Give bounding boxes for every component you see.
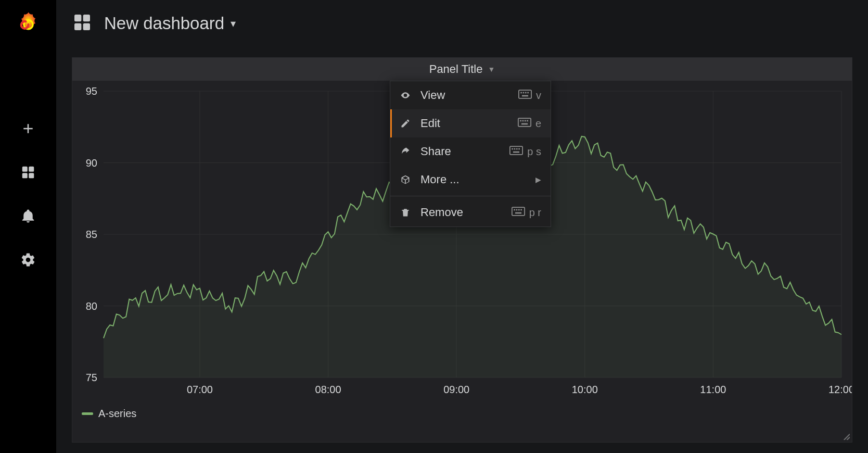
svg-rect-34 (525, 92, 527, 93)
share-arrow-icon (400, 146, 411, 157)
svg-text:08:00: 08:00 (315, 384, 341, 395)
chevron-down-icon: ▼ (488, 65, 495, 73)
svg-rect-53 (520, 209, 522, 210)
create-icon[interactable] (19, 119, 37, 138)
legend-color-swatch (82, 412, 93, 415)
svg-rect-31 (519, 90, 531, 98)
svg-rect-1 (22, 167, 28, 172)
svg-rect-7 (74, 23, 81, 30)
svg-text:09:00: 09:00 (443, 384, 469, 395)
alerting-bell-icon[interactable] (19, 207, 37, 225)
svg-rect-3 (22, 173, 28, 178)
svg-rect-49 (512, 207, 525, 216)
grafana-logo[interactable] (14, 9, 43, 38)
menu-label: Edit (420, 117, 508, 130)
menu-shortcut: v (536, 90, 541, 102)
trash-icon (400, 207, 411, 218)
svg-rect-36 (522, 95, 528, 96)
svg-rect-33 (523, 92, 525, 93)
svg-rect-41 (527, 120, 528, 121)
panel-title-bar[interactable]: Panel Title ▼ (72, 58, 852, 81)
dashboards-icon[interactable] (19, 163, 37, 182)
menu-item-share[interactable]: Share p s (390, 137, 551, 166)
menu-item-view[interactable]: View v (390, 81, 551, 109)
svg-text:10:00: 10:00 (572, 384, 598, 395)
menu-item-remove[interactable]: Remove p r (390, 198, 551, 227)
chevron-right-icon: ▶ (535, 175, 541, 184)
menu-divider (390, 196, 551, 196)
svg-rect-35 (527, 92, 529, 93)
keyboard-icon (518, 118, 531, 130)
svg-rect-44 (512, 148, 514, 149)
svg-rect-38 (520, 120, 521, 121)
svg-rect-51 (516, 209, 517, 210)
svg-text:90: 90 (86, 157, 97, 169)
app-sidebar (0, 0, 56, 453)
svg-rect-42 (521, 123, 528, 124)
dashboard-title: New dashboard (104, 14, 224, 33)
menu-label: Remove (420, 206, 502, 219)
cube-icon (400, 174, 411, 185)
configuration-gear-icon[interactable] (19, 250, 37, 269)
panel-resize-handle[interactable] (843, 433, 850, 440)
svg-text:07:00: 07:00 (187, 384, 213, 395)
dashboard-grid-icon[interactable] (72, 12, 93, 35)
svg-rect-50 (514, 209, 515, 210)
menu-item-edit[interactable]: Edit e (390, 109, 551, 137)
svg-rect-32 (520, 92, 522, 93)
topbar: New dashboard ▾ (56, 0, 868, 47)
main-area: New dashboard ▾ Panel Title ▼ 07:0008:00… (56, 0, 868, 453)
svg-rect-48 (513, 151, 519, 153)
dashboard-title-dropdown[interactable]: New dashboard ▾ (104, 14, 236, 33)
pencil-icon (400, 118, 411, 129)
svg-rect-8 (83, 23, 90, 30)
eye-icon (400, 90, 411, 100)
svg-rect-6 (83, 15, 90, 21)
svg-text:75: 75 (86, 372, 97, 383)
keyboard-icon (512, 207, 525, 219)
menu-shortcut: e (535, 118, 541, 130)
svg-text:95: 95 (86, 85, 97, 97)
svg-text:80: 80 (86, 300, 97, 312)
svg-rect-39 (522, 120, 524, 121)
svg-rect-40 (525, 120, 526, 121)
menu-shortcut: p s (527, 146, 541, 158)
svg-rect-43 (510, 146, 522, 155)
panel: Panel Title ▼ 07:0008:0009:0010:0011:001… (72, 57, 852, 443)
menu-label: View (420, 89, 509, 102)
svg-rect-4 (29, 173, 34, 178)
svg-rect-45 (514, 148, 516, 149)
keyboard-icon (509, 146, 523, 158)
menu-label: More ... (420, 173, 526, 186)
menu-item-more[interactable]: More ... ▶ (390, 166, 551, 194)
svg-text:85: 85 (86, 229, 97, 240)
svg-rect-2 (29, 167, 34, 172)
menu-shortcut: p r (529, 207, 541, 219)
panel-context-menu: View v Edit e Share p s (390, 81, 551, 227)
svg-text:12:00: 12:00 (828, 384, 852, 395)
svg-rect-37 (518, 118, 531, 127)
keyboard-icon (518, 90, 532, 102)
svg-rect-47 (519, 148, 520, 149)
svg-rect-5 (74, 15, 81, 21)
legend-series-label: A-series (98, 408, 136, 420)
panel-legend[interactable]: A-series (72, 404, 852, 426)
menu-label: Share (420, 145, 500, 158)
svg-rect-52 (518, 209, 520, 210)
svg-text:11:00: 11:00 (700, 384, 726, 395)
svg-rect-54 (515, 212, 521, 213)
chevron-down-icon: ▾ (231, 17, 236, 30)
svg-rect-46 (516, 148, 518, 149)
panel-title: Panel Title (429, 62, 483, 76)
